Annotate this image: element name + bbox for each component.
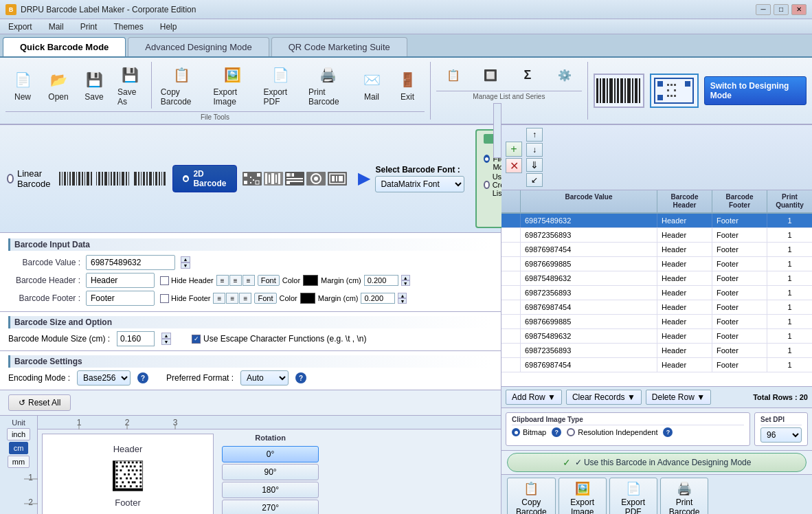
- escape-char-checkbox[interactable]: ✓: [192, 335, 201, 344]
- list-row[interactable]: 69872356893 Header Footer 1: [501, 228, 812, 243]
- save-button[interactable]: 💾 Save: [77, 60, 111, 110]
- title-bar-controls[interactable]: ─ □ ✕: [756, 4, 807, 15]
- export-list-btn[interactable]: ↙: [526, 173, 543, 187]
- manage-btn-3[interactable]: Σ: [510, 60, 545, 89]
- barcode-value-input[interactable]: [86, 255, 175, 270]
- save-as-button[interactable]: 💾 Save As: [113, 60, 147, 110]
- maximize-button[interactable]: □: [774, 4, 789, 15]
- add-row-btn[interactable]: Add Row ▼: [506, 390, 562, 405]
- move-bottom-btn[interactable]: ⇓: [526, 158, 543, 172]
- menu-mail[interactable]: Mail: [46, 21, 67, 33]
- hide-header-checkbox[interactable]: [160, 276, 169, 285]
- module-size-spinner[interactable]: ▲ ▼: [161, 333, 171, 345]
- footer-color-box[interactable]: [300, 293, 315, 304]
- footer-margin-down[interactable]: ▼: [398, 298, 407, 304]
- dpi-select[interactable]: 72 96 150 300: [760, 427, 802, 443]
- menu-export[interactable]: Export: [5, 21, 35, 33]
- move-up-btn[interactable]: ↑: [526, 128, 543, 142]
- menu-help[interactable]: Help: [157, 21, 180, 33]
- reset-all-button[interactable]: ↺ Reset All: [8, 394, 71, 411]
- rotation-180-btn[interactable]: 180°: [222, 482, 319, 498]
- header-margin-spinner[interactable]: ▲ ▼: [401, 275, 410, 286]
- footer-margin-input[interactable]: [361, 293, 395, 304]
- list-row[interactable]: 69872356893 Header Footer 1: [501, 344, 812, 358]
- copy-barcode-action-btn[interactable]: 📋 CopyBarcode: [507, 478, 556, 514]
- bitmap-help-btn[interactable]: ?: [552, 427, 561, 437]
- delete-row-x-btn[interactable]: ✕: [506, 158, 522, 173]
- copy-barcode-button[interactable]: 📋 Copy Barcode: [156, 60, 207, 110]
- tab-quick-barcode[interactable]: Quick Barcode Mode: [3, 37, 126, 56]
- list-row[interactable]: 69876699885 Header Footer 1: [501, 315, 812, 329]
- format-help-btn[interactable]: ?: [295, 372, 306, 383]
- module-size-down[interactable]: ▼: [161, 339, 171, 345]
- export-image-button[interactable]: 🖼️ Export Image: [209, 60, 258, 110]
- rotation-0-btn[interactable]: 0°: [222, 446, 319, 462]
- list-row[interactable]: 69876987454 Header Footer 1: [501, 358, 812, 372]
- minimize-button[interactable]: ─: [756, 4, 771, 15]
- value-down-arrow[interactable]: ▼: [181, 262, 190, 269]
- header-margin-down[interactable]: ▼: [401, 280, 410, 286]
- list-row[interactable]: 69876987454 Header Footer 1: [501, 243, 812, 257]
- clear-records-btn[interactable]: Clear Records ▼: [566, 390, 642, 405]
- mail-button[interactable]: ✉️ Mail: [354, 60, 389, 110]
- module-size-up[interactable]: ▲: [161, 333, 171, 339]
- add-row-plus-btn[interactable]: +: [506, 142, 522, 157]
- align-center-btn[interactable]: ≡: [229, 275, 242, 286]
- manage-btn-4[interactable]: ⚙️: [548, 60, 582, 89]
- footer-margin-spinner[interactable]: ▲ ▼: [398, 293, 407, 304]
- rotation-270-btn[interactable]: 270°: [222, 500, 319, 514]
- list-row[interactable]: 69875489632 Header Footer 1: [501, 271, 812, 286]
- list-row[interactable]: 69876699885 Header Footer 1: [501, 257, 812, 271]
- delete-row-btn[interactable]: Delete Row ▼: [646, 390, 711, 405]
- manage-btn-2[interactable]: 🔲: [473, 60, 508, 89]
- rotation-90-btn[interactable]: 90°: [222, 464, 319, 480]
- encoding-mode-select[interactable]: Base256 ASCII C40: [77, 370, 131, 386]
- header-margin-up[interactable]: ▲: [401, 275, 410, 280]
- switch-designing-mode-button[interactable]: Switch to Designing Mode: [704, 76, 807, 105]
- resolution-help-btn[interactable]: ?: [663, 427, 673, 437]
- export-image-action-btn[interactable]: 🖼️ ExportImage: [559, 478, 607, 514]
- manage-btn-1[interactable]: 📋: [436, 60, 471, 89]
- header-font-btn[interactable]: Font: [258, 275, 280, 286]
- footer-margin-up[interactable]: ▲: [398, 293, 407, 298]
- footer-align-left[interactable]: ≡: [213, 293, 225, 304]
- linear-barcode-radio[interactable]: Linear Barcode: [7, 168, 53, 189]
- list-row[interactable]: 69875489632 Header Footer 1: [501, 329, 812, 344]
- menu-themes[interactable]: Themes: [111, 21, 146, 33]
- list-row[interactable]: 69876987454 Header Footer 1: [501, 300, 812, 315]
- resolution-radio-row[interactable]: Resolution Independent: [567, 428, 657, 436]
- export-pdf-button[interactable]: 📄 Export PDF: [258, 60, 302, 110]
- align-right-btn[interactable]: ≡: [243, 275, 255, 286]
- move-down-btn[interactable]: ↓: [526, 143, 543, 157]
- advance-designing-btn[interactable]: ✓ ✓ Use this Barcode in Advance Designin…: [507, 453, 807, 472]
- barcode-header-input[interactable]: [86, 273, 155, 288]
- unit-mm-btn[interactable]: mm: [8, 456, 30, 468]
- module-size-input[interactable]: [117, 331, 155, 346]
- list-row[interactable]: 69872356893 Header Footer 1: [501, 286, 812, 300]
- new-button[interactable]: 📄 New: [5, 60, 40, 110]
- print-barcode-button[interactable]: 🖨️ Print Barcode: [304, 60, 353, 110]
- open-button[interactable]: 📂 Open: [41, 60, 76, 110]
- menu-print[interactable]: Print: [78, 21, 100, 33]
- preferred-format-select[interactable]: Auto Manual: [240, 370, 289, 386]
- align-left-btn[interactable]: ≡: [216, 275, 229, 286]
- encoding-help-btn[interactable]: ?: [137, 372, 148, 383]
- unit-cm-btn[interactable]: cm: [9, 442, 29, 454]
- font-selector-dropdown[interactable]: DataMatrix Font QR Code Font PDF417 Font: [375, 176, 464, 192]
- tab-qr-marketing[interactable]: QR Code Marketing Suite: [271, 37, 407, 56]
- hide-footer-checkbox[interactable]: [160, 294, 169, 303]
- hide-footer-checkbox-row[interactable]: Hide Footer: [160, 294, 210, 303]
- header-color-box[interactable]: [303, 275, 318, 286]
- header-margin-input[interactable]: [364, 275, 398, 286]
- 2d-barcode-button[interactable]: 2D Barcode: [172, 165, 237, 192]
- footer-align-center[interactable]: ≡: [226, 293, 238, 304]
- footer-align-right[interactable]: ≡: [239, 293, 251, 304]
- barcode-footer-input[interactable]: [86, 291, 155, 306]
- barcode-value-spinner[interactable]: ▲ ▼: [181, 256, 190, 269]
- unit-inch-btn[interactable]: inch: [7, 428, 30, 440]
- print-barcode-action-btn[interactable]: 🖨️ PrintBarcode: [660, 478, 709, 514]
- value-up-arrow[interactable]: ▲: [181, 256, 190, 262]
- bitmap-radio-row[interactable]: Bitmap: [512, 428, 546, 436]
- export-pdf-action-btn[interactable]: 📄 ExportPDF: [609, 478, 657, 514]
- list-row-selected[interactable]: 69875489632 Header Footer 1: [501, 214, 812, 228]
